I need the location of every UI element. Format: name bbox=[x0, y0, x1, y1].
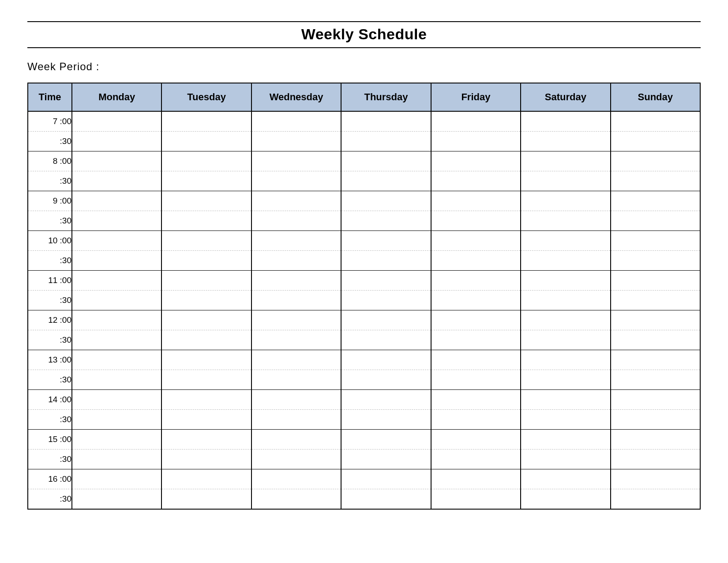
schedule-cell[interactable] bbox=[521, 390, 610, 410]
schedule-cell[interactable] bbox=[341, 450, 431, 469]
schedule-cell[interactable] bbox=[521, 410, 610, 430]
schedule-cell[interactable] bbox=[431, 390, 521, 410]
schedule-cell[interactable] bbox=[431, 330, 521, 350]
schedule-cell[interactable] bbox=[72, 450, 161, 469]
schedule-cell[interactable] bbox=[341, 310, 431, 330]
schedule-cell[interactable] bbox=[521, 350, 610, 370]
schedule-cell[interactable] bbox=[251, 430, 341, 450]
schedule-cell[interactable] bbox=[161, 151, 251, 171]
schedule-cell[interactable] bbox=[72, 211, 161, 231]
schedule-cell[interactable] bbox=[521, 271, 610, 291]
schedule-cell[interactable] bbox=[521, 370, 610, 390]
schedule-cell[interactable] bbox=[161, 111, 251, 132]
schedule-cell[interactable] bbox=[161, 430, 251, 450]
schedule-cell[interactable] bbox=[72, 489, 161, 510]
schedule-cell[interactable] bbox=[431, 370, 521, 390]
schedule-cell[interactable] bbox=[431, 191, 521, 211]
schedule-cell[interactable] bbox=[341, 410, 431, 430]
schedule-cell[interactable] bbox=[521, 111, 610, 132]
schedule-cell[interactable] bbox=[341, 469, 431, 489]
schedule-cell[interactable] bbox=[161, 390, 251, 410]
schedule-cell[interactable] bbox=[341, 151, 431, 171]
schedule-cell[interactable] bbox=[341, 370, 431, 390]
schedule-cell[interactable] bbox=[72, 171, 161, 191]
schedule-cell[interactable] bbox=[251, 111, 341, 132]
schedule-cell[interactable] bbox=[161, 489, 251, 510]
schedule-cell[interactable] bbox=[161, 310, 251, 330]
schedule-cell[interactable] bbox=[611, 132, 700, 151]
schedule-cell[interactable] bbox=[161, 469, 251, 489]
schedule-cell[interactable] bbox=[431, 489, 521, 510]
schedule-cell[interactable] bbox=[611, 310, 700, 330]
schedule-cell[interactable] bbox=[521, 211, 610, 231]
schedule-cell[interactable] bbox=[611, 390, 700, 410]
schedule-cell[interactable] bbox=[611, 430, 700, 450]
schedule-cell[interactable] bbox=[161, 191, 251, 211]
schedule-cell[interactable] bbox=[251, 191, 341, 211]
schedule-cell[interactable] bbox=[251, 390, 341, 410]
schedule-cell[interactable] bbox=[431, 291, 521, 310]
schedule-cell[interactable] bbox=[611, 370, 700, 390]
schedule-cell[interactable] bbox=[72, 430, 161, 450]
schedule-cell[interactable] bbox=[611, 469, 700, 489]
schedule-cell[interactable] bbox=[521, 132, 610, 151]
schedule-cell[interactable] bbox=[161, 251, 251, 271]
schedule-cell[interactable] bbox=[431, 410, 521, 430]
schedule-cell[interactable] bbox=[521, 469, 610, 489]
schedule-cell[interactable] bbox=[72, 271, 161, 291]
schedule-cell[interactable] bbox=[521, 191, 610, 211]
schedule-cell[interactable] bbox=[251, 151, 341, 171]
schedule-cell[interactable] bbox=[341, 171, 431, 191]
schedule-cell[interactable] bbox=[431, 251, 521, 271]
schedule-cell[interactable] bbox=[341, 132, 431, 151]
schedule-cell[interactable] bbox=[611, 231, 700, 251]
schedule-cell[interactable] bbox=[431, 151, 521, 171]
schedule-cell[interactable] bbox=[251, 410, 341, 430]
schedule-cell[interactable] bbox=[431, 211, 521, 231]
schedule-cell[interactable] bbox=[161, 291, 251, 310]
schedule-cell[interactable] bbox=[161, 330, 251, 350]
schedule-cell[interactable] bbox=[251, 450, 341, 469]
schedule-cell[interactable] bbox=[161, 171, 251, 191]
schedule-cell[interactable] bbox=[611, 151, 700, 171]
schedule-cell[interactable] bbox=[341, 231, 431, 251]
schedule-cell[interactable] bbox=[521, 310, 610, 330]
schedule-cell[interactable] bbox=[161, 350, 251, 370]
schedule-cell[interactable] bbox=[611, 251, 700, 271]
schedule-cell[interactable] bbox=[251, 231, 341, 251]
schedule-cell[interactable] bbox=[161, 231, 251, 251]
schedule-cell[interactable] bbox=[72, 330, 161, 350]
schedule-cell[interactable] bbox=[611, 171, 700, 191]
schedule-cell[interactable] bbox=[161, 450, 251, 469]
schedule-cell[interactable] bbox=[341, 390, 431, 410]
schedule-cell[interactable] bbox=[72, 111, 161, 132]
schedule-cell[interactable] bbox=[341, 271, 431, 291]
schedule-cell[interactable] bbox=[431, 271, 521, 291]
schedule-cell[interactable] bbox=[611, 350, 700, 370]
schedule-cell[interactable] bbox=[341, 430, 431, 450]
schedule-cell[interactable] bbox=[161, 132, 251, 151]
schedule-cell[interactable] bbox=[431, 469, 521, 489]
schedule-cell[interactable] bbox=[251, 291, 341, 310]
schedule-cell[interactable] bbox=[251, 350, 341, 370]
schedule-cell[interactable] bbox=[341, 291, 431, 310]
schedule-cell[interactable] bbox=[431, 111, 521, 132]
schedule-cell[interactable] bbox=[251, 489, 341, 510]
schedule-cell[interactable] bbox=[72, 410, 161, 430]
schedule-cell[interactable] bbox=[611, 211, 700, 231]
schedule-cell[interactable] bbox=[611, 291, 700, 310]
schedule-cell[interactable] bbox=[611, 330, 700, 350]
schedule-cell[interactable] bbox=[521, 291, 610, 310]
schedule-cell[interactable] bbox=[72, 350, 161, 370]
schedule-cell[interactable] bbox=[611, 271, 700, 291]
schedule-cell[interactable] bbox=[341, 251, 431, 271]
schedule-cell[interactable] bbox=[251, 251, 341, 271]
schedule-cell[interactable] bbox=[251, 370, 341, 390]
schedule-cell[interactable] bbox=[611, 450, 700, 469]
schedule-cell[interactable] bbox=[521, 330, 610, 350]
schedule-cell[interactable] bbox=[341, 211, 431, 231]
schedule-cell[interactable] bbox=[72, 251, 161, 271]
schedule-cell[interactable] bbox=[611, 191, 700, 211]
schedule-cell[interactable] bbox=[521, 450, 610, 469]
schedule-cell[interactable] bbox=[72, 469, 161, 489]
